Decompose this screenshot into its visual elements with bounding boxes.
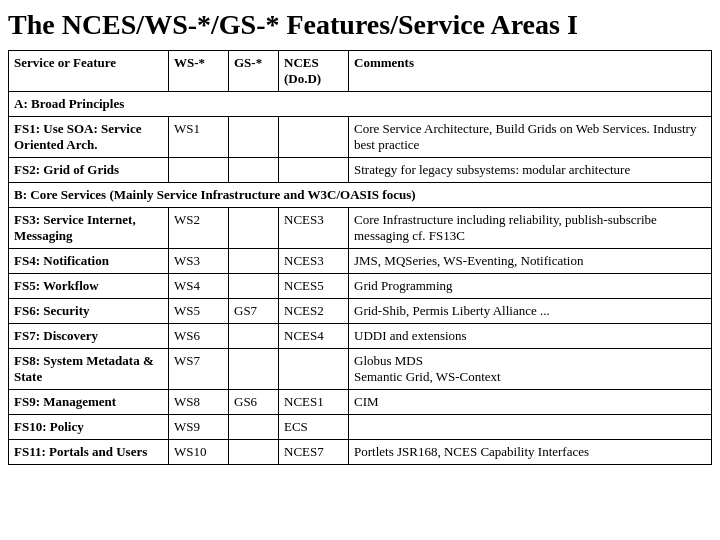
cell-comments: Core Infrastructure including reliabilit… [349, 207, 712, 248]
cell-nces [279, 348, 349, 389]
table-row: FS1: Use SOA: Service Oriented Arch.WS1C… [9, 116, 712, 157]
cell-ws: WS1 [169, 116, 229, 157]
cell-nces: NCES3 [279, 248, 349, 273]
cell-nces: NCES3 [279, 207, 349, 248]
cell-service: FS9: Management [9, 389, 169, 414]
cell-gs [229, 116, 279, 157]
cell-comments: Grid-Shib, Permis Liberty Alliance ... [349, 298, 712, 323]
cell-service: FS8: System Metadata & State [9, 348, 169, 389]
cell-comments: Portlets JSR168, NCES Capability Interfa… [349, 439, 712, 464]
cell-ws [169, 157, 229, 182]
table-row: FS9: ManagementWS8GS6NCES1CIM [9, 389, 712, 414]
features-table: Service or Feature WS-* GS-* NCES (Do.D)… [8, 50, 712, 465]
cell-comments: Globus MDS Semantic Grid, WS-Context [349, 348, 712, 389]
cell-gs [229, 323, 279, 348]
cell-comments: Grid Programming [349, 273, 712, 298]
table-row: FS7: DiscoveryWS6NCES4UDDI and extension… [9, 323, 712, 348]
table-row: FS6: SecurityWS5GS7NCES2Grid-Shib, Permi… [9, 298, 712, 323]
header-service: Service or Feature [9, 50, 169, 91]
cell-gs [229, 157, 279, 182]
cell-service: FS10: Policy [9, 414, 169, 439]
cell-ws: WS7 [169, 348, 229, 389]
header-gs: GS-* [229, 50, 279, 91]
cell-ws: WS2 [169, 207, 229, 248]
cell-comments [349, 414, 712, 439]
cell-gs [229, 273, 279, 298]
cell-service: FS4: Notification [9, 248, 169, 273]
table-row: FS3: Service Internet, MessagingWS2NCES3… [9, 207, 712, 248]
cell-service: FS6: Security [9, 298, 169, 323]
cell-gs [229, 439, 279, 464]
cell-comments: Core Service Architecture, Build Grids o… [349, 116, 712, 157]
cell-ws: WS9 [169, 414, 229, 439]
table-row: B: Core Services (Mainly Service Infrast… [9, 182, 712, 207]
cell-nces: NCES7 [279, 439, 349, 464]
cell-service: FS3: Service Internet, Messaging [9, 207, 169, 248]
section-header-cell: A: Broad Principles [9, 91, 712, 116]
table-row: FS5: WorkflowWS4NCES5Grid Programming [9, 273, 712, 298]
cell-comments: Strategy for legacy subsystems: modular … [349, 157, 712, 182]
header-comments: Comments [349, 50, 712, 91]
cell-ws: WS6 [169, 323, 229, 348]
table-row: FS4: NotificationWS3NCES3JMS, MQSeries, … [9, 248, 712, 273]
section-header-cell: B: Core Services (Mainly Service Infrast… [9, 182, 712, 207]
table-row: FS10: PolicyWS9ECS [9, 414, 712, 439]
cell-nces [279, 116, 349, 157]
cell-comments: CIM [349, 389, 712, 414]
table-header-row: Service or Feature WS-* GS-* NCES (Do.D)… [9, 50, 712, 91]
cell-gs: GS6 [229, 389, 279, 414]
cell-service: FS2: Grid of Grids [9, 157, 169, 182]
cell-service: FS11: Portals and Users [9, 439, 169, 464]
cell-comments: JMS, MQSeries, WS-Eventing, Notification [349, 248, 712, 273]
cell-service: FS7: Discovery [9, 323, 169, 348]
cell-gs [229, 348, 279, 389]
cell-ws: WS10 [169, 439, 229, 464]
cell-gs [229, 248, 279, 273]
cell-nces: NCES4 [279, 323, 349, 348]
cell-gs [229, 207, 279, 248]
cell-ws: WS3 [169, 248, 229, 273]
page-title: The NCES/WS-*/GS-* Features/Service Area… [8, 8, 712, 42]
table-row: FS2: Grid of GridsStrategy for legacy su… [9, 157, 712, 182]
cell-gs [229, 414, 279, 439]
header-ws: WS-* [169, 50, 229, 91]
cell-ws: WS5 [169, 298, 229, 323]
cell-nces [279, 157, 349, 182]
cell-comments: UDDI and extensions [349, 323, 712, 348]
cell-gs: GS7 [229, 298, 279, 323]
cell-service: FS1: Use SOA: Service Oriented Arch. [9, 116, 169, 157]
cell-ws: WS4 [169, 273, 229, 298]
table-row: A: Broad Principles [9, 91, 712, 116]
cell-service: FS5: Workflow [9, 273, 169, 298]
cell-nces: NCES2 [279, 298, 349, 323]
cell-nces: NCES1 [279, 389, 349, 414]
table-row: FS8: System Metadata & StateWS7Globus MD… [9, 348, 712, 389]
table-row: FS11: Portals and UsersWS10NCES7Portlets… [9, 439, 712, 464]
cell-nces: ECS [279, 414, 349, 439]
cell-ws: WS8 [169, 389, 229, 414]
cell-nces: NCES5 [279, 273, 349, 298]
header-nces: NCES (Do.D) [279, 50, 349, 91]
